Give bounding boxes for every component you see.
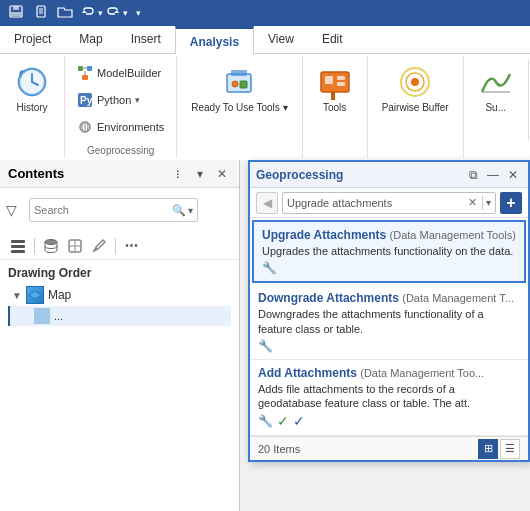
filter-icon[interactable]: ▽ — [6, 202, 17, 218]
tools-label: Tools — [323, 102, 346, 114]
gp-result-actions-1: 🔧 — [262, 261, 516, 275]
history-button[interactable]: History — [8, 60, 56, 118]
ribbon-group-pairwise: Pairwise Buffer — [368, 56, 464, 158]
sub-layer-icon — [34, 308, 50, 324]
search-dropdown-icon[interactable]: ▾ — [188, 205, 193, 216]
redo-icon[interactable] — [105, 6, 121, 20]
svg-rect-16 — [82, 75, 88, 80]
pairwise-buffer-button[interactable]: Pairwise Buffer — [376, 60, 455, 118]
menu-icon[interactable]: ▾ — [191, 165, 209, 183]
svg-rect-2 — [11, 12, 21, 16]
gp-minimize-icon[interactable]: — — [484, 166, 502, 184]
svg-text:Py: Py — [80, 95, 93, 106]
contents-panel: Contents ⫶ ▾ ✕ ▽ 🔍 ▾ — [0, 160, 240, 511]
main-area: Contents ⫶ ▾ ✕ ▽ 🔍 ▾ — [0, 160, 530, 511]
svg-rect-31 — [337, 82, 345, 86]
tab-map[interactable]: Map — [65, 25, 116, 53]
tools-button[interactable]: Tools — [311, 60, 359, 118]
gp-result-item[interactable]: Add Attachments (Data Management Too... … — [250, 360, 528, 437]
environments-button[interactable]: Environments — [73, 117, 168, 137]
ribbon-divider — [528, 60, 529, 140]
gp-add-button[interactable]: + — [500, 192, 522, 214]
wrench-icon-1: 🔧 — [262, 261, 277, 275]
wrench-icon-3: 🔧 — [258, 414, 273, 428]
svg-point-26 — [232, 81, 238, 87]
redo-arrow[interactable]: ▾ — [123, 8, 128, 18]
gp-result-title-2: Downgrade Attachments — [258, 291, 399, 305]
map-item[interactable]: ▼ Map — [8, 284, 231, 306]
qat-customize[interactable]: ▾ — [136, 8, 141, 18]
database-icon[interactable] — [41, 236, 61, 256]
list-view-icon[interactable] — [8, 236, 28, 256]
ready-to-use-icon — [221, 64, 257, 100]
tab-project[interactable]: Project — [0, 25, 65, 53]
gp-back-icon[interactable]: ◀ — [256, 192, 278, 214]
undo-icon[interactable] — [80, 6, 96, 20]
svg-rect-29 — [325, 76, 333, 84]
gp-header-icons: ⧉ — ✕ — [464, 166, 522, 184]
ready-to-use-label: Ready To Use Tools ▾ — [191, 102, 287, 114]
tab-view[interactable]: View — [254, 25, 308, 53]
group-label-geoprocessing: Geoprocessing — [65, 145, 176, 156]
pencil-icon[interactable] — [89, 236, 109, 256]
pairwise-buffer-label: Pairwise Buffer — [382, 102, 449, 114]
map-layer-icon — [26, 286, 44, 304]
undo-redo-group[interactable]: ▾ ▾ — [80, 6, 128, 20]
gp-search-bar[interactable]: Upgrade attachments ✕ ▾ — [282, 192, 496, 214]
gp-restore-icon[interactable]: ⧉ — [464, 166, 482, 184]
close-icon[interactable]: ✕ — [213, 165, 231, 183]
pairwise-buffer-icon — [397, 64, 433, 100]
surface-button[interactable]: Su... — [472, 60, 520, 118]
svg-rect-14 — [78, 66, 83, 71]
tools-icon — [317, 64, 353, 100]
gp-result-item[interactable]: Upgrade Attachments (Data Management Too… — [252, 220, 526, 283]
search-divider — [482, 196, 483, 210]
python-button[interactable]: Py Python ▾ — [73, 90, 168, 110]
expand-arrow-icon[interactable]: ▼ — [12, 290, 22, 301]
list-view-footer-icon[interactable]: ☰ — [500, 439, 520, 459]
contents-panel-header: Contents ⫶ ▾ ✕ — [0, 160, 239, 188]
ribbon-tab-bar: Project Map Insert Analysis View Edit — [0, 26, 530, 54]
tab-insert[interactable]: Insert — [117, 25, 175, 53]
new-icon[interactable] — [34, 5, 50, 21]
gp-result-source-3: (Data Management Too... — [360, 367, 484, 379]
open-icon[interactable] — [56, 5, 74, 21]
python-icon: Py — [77, 92, 93, 108]
search-input[interactable] — [34, 204, 172, 216]
undo-arrow[interactable]: ▾ — [98, 8, 103, 18]
grid-view-icon[interactable]: ⊞ — [478, 439, 498, 459]
save-icon[interactable] — [8, 5, 24, 19]
tab-analysis[interactable]: Analysis — [175, 26, 254, 54]
ribbon-group-ready-to-use: Ready To Use Tools ▾ — [177, 56, 302, 158]
drawing-order-label: Drawing Order — [8, 266, 231, 280]
search-magnifier-icon: 🔍 — [172, 204, 186, 217]
contents-panel-icons: ⫶ ▾ ✕ — [169, 165, 231, 183]
svg-point-39 — [45, 239, 57, 244]
tab-edit[interactable]: Edit — [308, 25, 357, 53]
gp-result-title-1: Upgrade Attachments — [262, 228, 386, 242]
gp-results-list: Upgrade Attachments (Data Management Too… — [250, 218, 528, 436]
polygon-icon[interactable] — [65, 236, 85, 256]
check-green-icon: ✓ — [277, 413, 289, 429]
gp-result-title-3: Add Attachments — [258, 366, 357, 380]
sub-map-item[interactable]: ... — [8, 306, 231, 326]
modelbuilder-button[interactable]: ModelBuilder — [73, 63, 168, 83]
gp-nav-bar: ◀ Upgrade attachments ✕ ▾ + — [250, 188, 528, 218]
small-buttons-col: ModelBuilder Py Python ▾ — [73, 60, 168, 140]
more-icon[interactable]: ••• — [122, 236, 142, 256]
contents-toolbar: ••• — [0, 232, 239, 260]
pin-icon[interactable]: ⫶ — [169, 165, 187, 183]
gp-search-dropdown-icon[interactable]: ▾ — [486, 197, 491, 208]
ready-to-use-button[interactable]: Ready To Use Tools ▾ — [185, 60, 293, 118]
ribbon: ▾ ▾ ▾ Project Map Insert Analysis View E… — [0, 0, 530, 160]
gp-footer-icons: ⊞ ☰ — [478, 439, 520, 459]
environments-label: Environments — [97, 121, 164, 133]
svg-rect-1 — [13, 6, 19, 10]
gp-search-clear-icon[interactable]: ✕ — [468, 196, 477, 209]
svg-rect-37 — [11, 245, 25, 248]
gp-result-item[interactable]: Downgrade Attachments (Data Management T… — [250, 285, 528, 360]
gp-close-icon[interactable]: ✕ — [504, 166, 522, 184]
ribbon-group-tools-sub: ModelBuilder Py Python ▾ — [65, 56, 177, 158]
ribbon-group-tools: Tools — [303, 56, 368, 158]
svg-rect-27 — [240, 81, 247, 88]
